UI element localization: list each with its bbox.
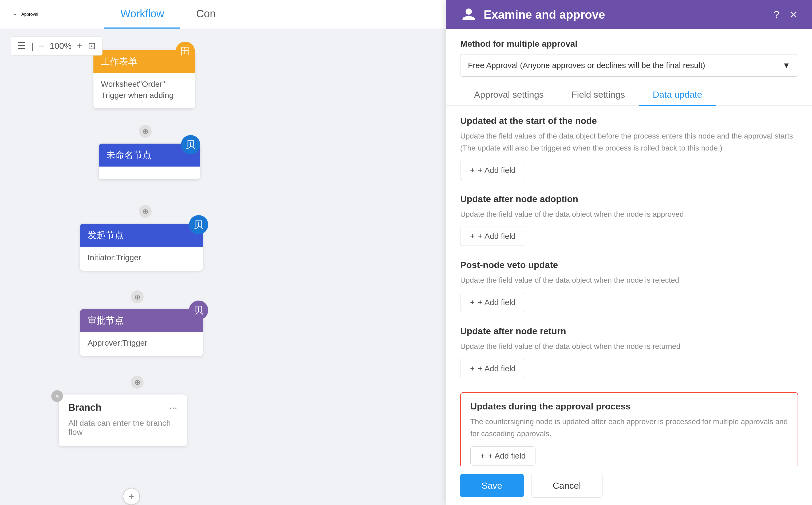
section-start: Updated at the start of the node Update … (460, 116, 798, 180)
approver-avatar: 贝 (189, 301, 208, 320)
approver-node-header: 审批节点 (80, 309, 203, 332)
branch-card-header: Branch ··· (68, 402, 177, 413)
sidebar-toggle-button[interactable]: ☰ (17, 40, 26, 51)
zoom-bar: ☰ | − 100% + ⊡ (11, 36, 103, 55)
zoom-in-button[interactable]: + (77, 40, 83, 51)
section-veto-title: Post-node veto update (460, 260, 798, 270)
cancel-button[interactable]: Cancel (531, 474, 603, 498)
branch-card[interactable]: Branch ··· All data can enter the branch… (59, 394, 187, 446)
worksheet-avatar: 田 (176, 42, 195, 61)
tab-approval-settings[interactable]: Approval settings (460, 84, 557, 106)
plus-icon-5: + (480, 451, 485, 461)
section-during-title: Updates during the approval process (470, 401, 788, 411)
initiator-avatar: 贝 (189, 215, 208, 234)
panel-footer: Save Cancel (446, 466, 812, 505)
zoom-out-button[interactable]: − (39, 40, 44, 51)
unnamed-node-body (99, 167, 200, 179)
approver-node-body: Approver:Trigger (80, 332, 203, 356)
add-field-during-button[interactable]: + + Add field (470, 446, 535, 466)
plus-icon-4: + (470, 364, 475, 373)
section-return-title: Update after node return (460, 326, 798, 336)
section-start-title: Updated at the start of the node (460, 116, 798, 126)
tab-field-settings[interactable]: Field settings (557, 84, 639, 106)
plus-icon-2: + (470, 232, 475, 241)
method-dropdown[interactable]: Free Approval (Anyone approves or declin… (460, 54, 798, 76)
branch-title: Branch (68, 402, 102, 413)
section-start-desc: Update the field values of the data obje… (460, 130, 798, 154)
back-arrow-icon: ← (13, 12, 17, 17)
plus-icon: + (470, 166, 475, 175)
save-button[interactable]: Save (460, 474, 524, 497)
app-title: Approval (21, 12, 38, 17)
connector-2: ⊕ (139, 205, 152, 218)
section-return-desc: Update the field value of the data objec… (460, 341, 798, 353)
initiator-node-header: 发起节点 (80, 224, 203, 246)
topbar-tabs: Workflow Con (104, 0, 232, 29)
connector-4: ⊕ (131, 376, 144, 389)
divider: | (31, 41, 33, 51)
plus-icon-3: + (470, 298, 475, 307)
dropdown-arrow-icon: ▼ (782, 61, 790, 70)
branch-menu-button[interactable]: ··· (169, 402, 177, 413)
panel-header: Examine and approve ? ✕ (446, 0, 812, 29)
connector-3: ⊕ (131, 290, 144, 303)
method-section: Method for multiple approval Free Approv… (446, 29, 812, 76)
worksheet-node-body: Worksheet"Order" Trigger when adding (94, 73, 195, 108)
panel-title: Examine and approve (484, 8, 605, 21)
right-panel: Examine and approve ? ✕ Method for multi… (446, 0, 812, 505)
connector-1: ⊕ (139, 125, 152, 138)
panel-tabs: Approval settings Field settings Data up… (446, 84, 812, 106)
zoom-value: 100% (50, 41, 71, 51)
section-veto: Post-node veto update Update the field v… (460, 260, 798, 312)
section-adoption: Update after node adoption Update the fi… (460, 194, 798, 246)
section-return: Update after node return Update the fiel… (460, 326, 798, 378)
branch-description: All data can enter the branch flow (68, 418, 177, 437)
add-node-button[interactable]: + (123, 488, 140, 505)
close-panel-button[interactable]: ✕ (789, 9, 798, 21)
section-during: Updates during the approval process The … (460, 392, 798, 466)
panel-content: Updated at the start of the node Update … (446, 106, 812, 466)
back-button[interactable]: ← Approval (0, 12, 51, 17)
add-field-adoption-button[interactable]: + + Add field (460, 226, 525, 246)
add-field-return-button[interactable]: + + Add field (460, 359, 525, 378)
section-adoption-desc: Update the field value of the data objec… (460, 208, 798, 220)
section-during-desc: The countersigning node is updated after… (470, 416, 788, 440)
tab-data-update[interactable]: Data update (639, 84, 716, 106)
branch-close-button[interactable]: × (51, 390, 63, 402)
help-button[interactable]: ? (774, 9, 780, 21)
section-veto-desc: Update the field value of the data objec… (460, 275, 798, 286)
panel-header-actions: ? ✕ (774, 9, 798, 21)
section-adoption-title: Update after node adoption (460, 194, 798, 204)
fit-screen-button[interactable]: ⊡ (88, 40, 96, 51)
tab-con[interactable]: Con (180, 0, 232, 29)
initiator-node-body: Initiator:Trigger (80, 246, 203, 271)
unnamed-avatar: 贝 (181, 135, 200, 154)
add-field-veto-button[interactable]: + + Add field (460, 293, 525, 312)
tab-workflow[interactable]: Workflow (104, 0, 180, 29)
method-label: Method for multiple approval (460, 39, 798, 49)
method-value: Free Approval (Anyone approves or declin… (468, 61, 705, 70)
add-field-start-button[interactable]: + + Add field (460, 161, 525, 180)
panel-header-icon (460, 6, 477, 23)
panel-header-left: Examine and approve (460, 6, 605, 23)
